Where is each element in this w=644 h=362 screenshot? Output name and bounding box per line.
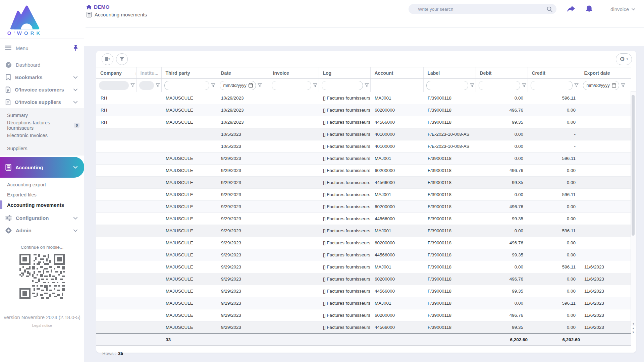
column-header-institution[interactable]: Institu... [136, 67, 161, 79]
funnel-icon[interactable] [574, 83, 579, 87]
filter-log-input[interactable] [322, 81, 363, 90]
scroll-down-arrow[interactable]: ▼ [631, 330, 636, 335]
filter-export-date-input[interactable]: mm/dd/yyyy [583, 81, 619, 90]
column-header-debit[interactable]: Debit [476, 67, 528, 79]
table-row[interactable]: MAJUSCULE 9/29/2023 [] Factures fourniss… [96, 237, 631, 249]
filter-account-empty [370, 79, 423, 92]
column-header-account[interactable]: Account [370, 67, 423, 79]
caret-down-icon: ▾ [627, 57, 628, 61]
table-row[interactable]: MAJUSCULE 9/29/2023 [] Factures fourniss… [96, 249, 631, 261]
filter-third-party-input[interactable] [164, 81, 209, 90]
table-row[interactable]: MAJUSCULE 9/29/2023 [] Factures fourniss… [96, 189, 631, 201]
menu-toggle[interactable]: Menu [0, 39, 84, 57]
table-row[interactable]: MAJUSCULE 9/29/2023 [] Factures fourniss… [96, 201, 631, 213]
sidebar-item-bookmarks[interactable]: Bookmarks [0, 71, 84, 83]
document-icon [5, 86, 11, 93]
submenu-item-summary[interactable]: Summary [0, 110, 84, 120]
sidebar-item-accounting[interactable]: Accounting [0, 157, 84, 178]
table-row[interactable]: MAJUSCULE 9/29/2023 [] Factures fourniss… [96, 153, 631, 165]
notifications-button[interactable] [585, 5, 593, 13]
submenu-item-exported-files[interactable]: Exported files [0, 190, 84, 200]
totals-debit: 6,202.60 [476, 334, 528, 346]
scrollbar-thumb[interactable] [632, 95, 635, 236]
funnel-icon[interactable] [365, 83, 369, 87]
table-row[interactable]: RH MAJUSCULE 10/29/2023 [] Factures four… [96, 116, 631, 128]
submenu-item-suppliers[interactable]: Suppliers [0, 143, 84, 154]
table-row[interactable]: MAJUSCULE 9/29/2023 [] Factures fourniss… [96, 225, 631, 237]
column-header-invoice[interactable]: Invoice [269, 67, 319, 79]
sidebar: O'WORK Menu Dashboard Bookmarks [0, 0, 84, 362]
table-row[interactable]: RH MAJUSCULE 10/29/2023 [] Factures four… [96, 104, 631, 116]
filter-button[interactable] [116, 53, 128, 65]
calendar-icon [612, 83, 616, 87]
topbar-divider [86, 27, 644, 28]
breadcrumb-home[interactable]: DEMO [86, 4, 147, 10]
sidebar-item-label: Bookmarks [15, 74, 43, 80]
user-menu[interactable]: dinvoice [610, 6, 635, 12]
page-title-label: Accounting movements [95, 12, 147, 17]
columns-button[interactable]: ▾ [102, 53, 113, 65]
pin-sidebar-icon[interactable] [73, 45, 78, 51]
funnel-icon[interactable] [258, 83, 262, 87]
filter-date-input[interactable]: mm/dd/yyyy [220, 81, 256, 90]
funnel-icon[interactable] [156, 83, 160, 87]
table-row[interactable]: 10/5/2023 [] Factures fournisseurs 40100… [96, 128, 631, 140]
page-title: Accounting movements [87, 12, 147, 17]
content: ▾ ⚙ ▾ [84, 46, 644, 362]
accounting-submenu: Accounting export Exported files Account… [0, 178, 84, 212]
funnel-icon[interactable] [470, 83, 474, 87]
submenu-item-accounting-movements[interactable]: Accounting movements [0, 200, 84, 210]
table-row[interactable]: MAJUSCULE 9/29/2023 [] Factures fourniss… [96, 213, 631, 225]
vertical-scrollbar[interactable]: ▼ [631, 91, 636, 326]
submenu-item-accounting-export[interactable]: Accounting export [0, 180, 84, 190]
column-header-third-party[interactable]: Third party [161, 67, 217, 79]
table-row[interactable]: MAJUSCULE 9/29/2023 [] Factures fourniss… [96, 309, 631, 321]
filter-debit-input[interactable] [479, 81, 520, 90]
column-header-credit[interactable]: Credit [528, 67, 580, 79]
app-root: O'WORK Menu Dashboard Bookmarks [0, 0, 644, 362]
scroll-up-arrow[interactable]: ▲ [631, 326, 636, 330]
search-input[interactable] [417, 6, 547, 12]
filter-label-input[interactable] [426, 81, 468, 90]
column-header-log[interactable]: Log [319, 67, 370, 79]
column-header-date[interactable]: Date [217, 67, 269, 79]
logo: O'WORK [0, 0, 45, 36]
chevron-down-icon [73, 88, 77, 91]
sidebar-item-dashboard[interactable]: Dashboard [0, 59, 84, 71]
sidebar-item-configuration[interactable]: Configuration [0, 212, 84, 224]
table-row[interactable]: MAJUSCULE 9/29/2023 [] Factures fourniss… [96, 297, 631, 309]
table-settings-button[interactable]: ⚙ ▾ [616, 53, 632, 65]
table-row[interactable]: MAJUSCULE 9/29/2023 [] Factures fourniss… [96, 261, 631, 273]
search-icon[interactable] [547, 6, 552, 12]
table-row[interactable]: MAJUSCULE 9/29/2023 [] Factures fourniss… [96, 165, 631, 177]
chevron-down-icon [73, 229, 77, 232]
sidebar-item-oinvoice-suppliers[interactable]: O'Invoice suppliers [0, 96, 84, 108]
submenu-item-receptions-factures[interactable]: Réceptions factures fournisseurs 0 [0, 120, 84, 130]
filter-invoice-input[interactable] [272, 81, 311, 90]
scroll-down-arrow[interactable]: ▼ [631, 322, 636, 325]
sidebar-item-oinvoice-customers[interactable]: O'Invoice customers [0, 83, 84, 96]
chevron-down-icon [73, 166, 77, 169]
funnel-icon[interactable] [130, 83, 135, 87]
table-row[interactable]: 10/5/2023 [] Factures fournisseurs 40100… [96, 140, 631, 153]
funnel-icon[interactable] [621, 83, 625, 87]
funnel-icon[interactable] [522, 83, 526, 87]
funnel-icon[interactable] [313, 83, 317, 87]
submenu-item-electronic-invoices[interactable]: Electronic Invoices [0, 130, 84, 140]
legal-notice-link[interactable]: Legal notice [0, 323, 84, 327]
home-icon [86, 5, 92, 9]
gear-icon: ⚙ [620, 56, 625, 62]
sidebar-item-admin[interactable]: Admin [0, 224, 84, 237]
funnel-icon[interactable] [211, 83, 215, 87]
share-button[interactable] [567, 5, 575, 13]
column-header-company[interactable]: Company▶ [96, 67, 136, 79]
table-row[interactable]: MAJUSCULE 9/29/2023 [] Factures fourniss… [96, 285, 631, 297]
filter-credit-input[interactable] [531, 81, 573, 90]
column-header-export-date[interactable]: Export date [580, 67, 631, 79]
table-row[interactable]: MAJUSCULE 9/29/2023 [] Factures fourniss… [96, 321, 631, 334]
suppliers-submenu: Summary Réceptions factures fournisseurs… [0, 108, 84, 156]
table-row[interactable]: RH MAJUSCULE 10/29/2023 [] Factures four… [96, 92, 631, 104]
table-row[interactable]: MAJUSCULE 9/29/2023 [] Factures fourniss… [96, 177, 631, 189]
column-header-label[interactable]: Label [423, 67, 476, 79]
table-row[interactable]: MAJUSCULE 9/29/2023 [] Factures fourniss… [96, 273, 631, 285]
